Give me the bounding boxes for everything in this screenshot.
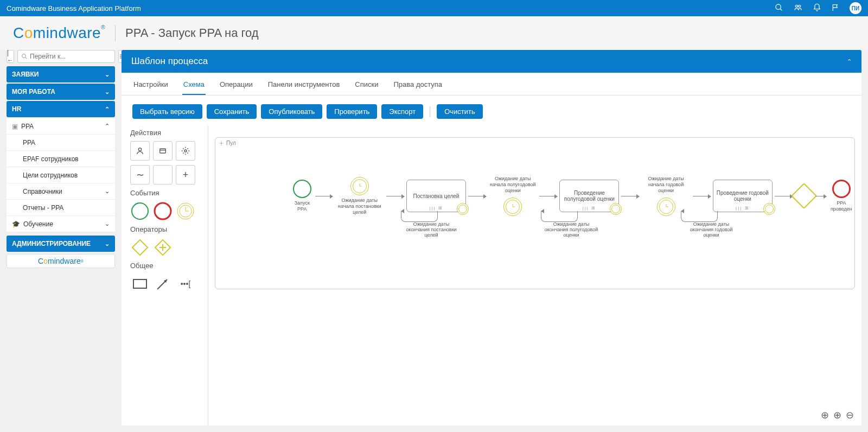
tab-toolbars[interactable]: Панели инструментов [267,78,341,95]
palette-empty-task[interactable] [153,165,173,185]
tabs: Настройки Схема Операции Панели инструме… [122,73,861,96]
palette-script-task[interactable]: ∼ [130,165,150,185]
flag-icon[interactable] [831,3,840,14]
zoom-out-icon[interactable]: ⊖ [846,409,854,421]
palette-plus[interactable]: + [176,165,195,185]
sequence-flow[interactable] [815,196,826,196]
sequence-flow[interactable] [621,196,639,196]
timer-event-2[interactable]: Ожидание даты начала полугодовой оценки [488,176,538,216]
zoom-fit-icon[interactable]: ⊕ [821,409,829,421]
start-event[interactable]: Запуск PPA [291,180,313,212]
palette-general-title: Общее [130,262,199,270]
tab-settings[interactable]: Настройки [132,78,169,95]
sequence-flow[interactable] [693,196,711,196]
task-2[interactable]: Проведение полугодовой оценки ||| ⊞ [559,180,619,212]
svg-point-3 [799,5,801,7]
palette: Действия ∼ + События Операторы [122,125,208,425]
nav-group-hr[interactable]: HR⌃ [7,101,115,117]
nav-group-mywork[interactable]: МОЯ РАБОТА⌄ [7,84,115,100]
collapse-panel-icon[interactable]: ⌃ [847,58,852,65]
svg-point-0 [776,4,781,9]
tab-access[interactable]: Права доступа [392,78,443,95]
topbar-title: Comindware Business Application Platform [7,4,775,12]
zoom-in-icon[interactable]: ⊕ [833,409,841,421]
svg-point-11 [184,150,187,152]
nav-item-ppa[interactable]: PPA [7,135,115,151]
palette-timer-event[interactable] [176,201,195,221]
return-flow[interactable] [681,211,718,222]
toolbar: Выбрать версию Сохранить Опубликовать Пр… [122,96,861,125]
publish-button[interactable]: Опубликовать [261,104,322,119]
timer-event-1[interactable]: Ожидание даты начала постановки целей [335,177,384,215]
task-3[interactable]: Проведение годовой оценки ||| ⊞ [713,180,773,212]
select-version-button[interactable]: Выбрать версию [132,104,202,119]
palette-service-task[interactable] [153,141,173,161]
palette-operators-title: Операторы [130,225,199,233]
svg-point-25 [221,142,222,144]
nav-item-goals[interactable]: Цели сотрудников [7,167,115,183]
users-icon[interactable] [793,3,803,14]
search-icon[interactable] [775,3,783,14]
canvas[interactable]: Пул Запуск PPA Ожидание даты начала пост… [208,125,861,425]
tab-lists[interactable]: Списки [354,78,379,95]
tab-schema[interactable]: Схема [182,78,206,95]
palette-pool[interactable] [130,274,150,294]
folder-icon: ▣ [12,123,18,130]
search-box[interactable] [17,50,115,63]
pool[interactable]: Пул Запуск PPA Ожидание даты начала пост… [215,137,855,289]
return-flow[interactable] [401,211,438,222]
svg-point-9 [138,148,141,151]
bell-icon[interactable] [813,3,821,14]
gateway[interactable] [795,187,813,205]
palette-annotation[interactable]: •••[ [176,274,195,294]
validate-button[interactable]: Проверить [327,104,377,119]
export-button[interactable]: Экспорт [381,104,423,119]
nav-item-ppa-folder[interactable]: ▣PPA⌃ [7,118,115,135]
nav-group-requests[interactable]: ЗАЯВКИ⌄ [7,66,115,82]
palette-gateway[interactable] [130,238,150,257]
return-flow[interactable] [541,211,578,222]
book-icon: 🎓 [12,220,20,228]
collapse-sidebar-button[interactable]: |← [7,50,14,63]
chevron-down-icon: ⌄ [105,240,110,247]
save-button[interactable]: Сохранить [207,104,257,119]
palette-start-event[interactable] [130,201,150,221]
page-title: PPA - Запуск PPA на год [125,26,259,40]
sidebar: |← ЗАЯВКИ⌄ МОЯ РАБОТА⌄ HR⌃ ▣PPA⌃ PPA EPA… [7,50,115,425]
svg-point-4 [22,54,26,58]
svg-point-12 [132,203,148,219]
palette-arrow[interactable] [153,274,173,294]
footer-logo: Comindware® [7,254,115,268]
palette-user-task[interactable] [130,141,150,161]
clear-button[interactable]: Очистить [437,104,483,119]
pool-label: Пул [219,140,236,146]
chevron-down-icon: ⌄ [105,88,110,96]
nav-item-epaf[interactable]: EPAF сотрудников [7,151,115,167]
sequence-flow[interactable] [386,196,404,196]
divider [115,25,116,41]
task-1[interactable]: Постановка целей ||| ⊞ [406,180,466,212]
header: Comindware® PPA - Запуск PPA на год [0,16,868,50]
main-panel: Шаблон процесса ⌃ Настройки Схема Операц… [122,50,861,425]
palette-gateway-plus[interactable] [153,238,173,257]
svg-point-2 [795,5,797,7]
nav-group-admin[interactable]: АДМИНИСТРИРОВАНИЕ⌄ [7,236,115,252]
boundary-timer-icon [457,203,469,215]
avatar[interactable]: ПИ [850,2,861,14]
nav-item-refs[interactable]: Справочники⌄ [7,183,115,200]
search-input[interactable] [30,53,111,60]
end-event[interactable]: PPA проведен [828,180,855,212]
sequence-flow[interactable] [539,196,557,196]
gear-icon [219,141,224,146]
nav-item-training[interactable]: 🎓Обучение⌄ [7,216,115,232]
search-icon [21,53,28,60]
tab-operations[interactable]: Операции [219,78,254,95]
sequence-flow[interactable] [315,196,333,196]
palette-end-event[interactable] [153,201,173,221]
palette-actions-title: Действия [130,129,199,137]
svg-rect-18 [132,240,148,255]
sequence-flow[interactable] [775,196,793,196]
nav-item-reports[interactable]: Отчеты - PPA [7,200,115,216]
palette-gear-task[interactable] [176,141,195,161]
sequence-flow[interactable] [468,196,486,196]
